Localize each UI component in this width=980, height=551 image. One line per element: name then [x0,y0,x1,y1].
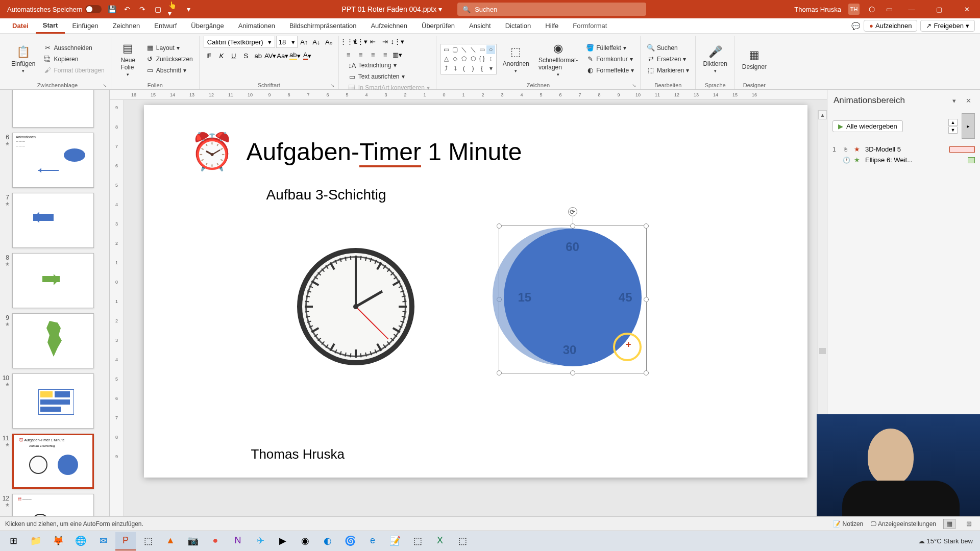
resize-handle-br[interactable] [644,370,649,375]
slide-stage[interactable]: ⏰ Aufgaben-Timer 1 Minute Aufbau 3-Schic… [124,100,827,516]
ribbon-display-icon[interactable]: ▭ [884,4,894,14]
vlc-icon[interactable]: ▲ [160,532,181,550]
new-slide-button[interactable]: ▤ Neue Folie▾ [115,39,141,79]
app-icon-3[interactable]: ● [205,532,226,550]
slide-thumbnail-7[interactable] [12,193,94,248]
record-button[interactable]: ●Aufzeichnen [864,20,917,32]
cut-button[interactable]: ✂Ausschneiden [41,43,106,53]
tab-record[interactable]: Aufzeichnen [363,18,414,34]
slideshow-start-icon[interactable]: ▢ [153,4,163,14]
tab-animations[interactable]: Animationen [231,18,282,34]
shapes-gallery[interactable]: ▭▢＼＼▭○ △◇⬠⬡{ }↕ ⤴⤵(){▾ [440,44,497,74]
touch-mode-icon[interactable]: 👆▾ [168,4,178,14]
font-size-select[interactable]: 18▾ [276,36,298,48]
scroll-thumb[interactable] [819,348,826,354]
slide-thumbnail-12[interactable]: ⏰ ——— ♡ [12,494,94,516]
align-left-button[interactable]: ≡ [343,49,354,60]
shadow-button[interactable]: ab [253,50,264,61]
slide-author[interactable]: Thomas Hruska [251,446,345,462]
shape-fill-button[interactable]: 🪣Fülleffekt ▾ [584,43,636,53]
resize-handle-tl[interactable] [497,223,502,229]
rotation-handle[interactable]: ⟳ [568,207,577,216]
slide-thumbnail-10[interactable] [12,373,94,429]
coming-soon-icon[interactable]: ⬡ [867,4,877,14]
resize-handle-bm[interactable] [570,370,575,375]
onenote-icon[interactable]: N [228,532,248,550]
app-icon-6[interactable]: 🌀 [340,532,360,550]
notes-button[interactable]: 📝 Notizen [833,520,863,528]
excel-icon[interactable]: X [430,532,450,550]
autosave-toggle[interactable]: Automatisches Speichern [7,5,102,13]
drawing-launcher-icon[interactable]: ↘ [632,83,636,88]
font-launcher-icon[interactable]: ↘ [330,83,334,88]
edge-icon[interactable]: e [362,532,383,550]
resize-handle-tr[interactable] [644,223,649,229]
strike-button[interactable]: S [240,50,252,61]
clock-3d-model[interactable] [297,248,414,365]
tab-draw[interactable]: Zeichnen [106,18,147,34]
increase-font-icon[interactable]: A↑ [299,36,310,47]
filename[interactable]: PPT 01 Roter Faden 004.pptx ▾ [342,5,443,13]
save-icon[interactable]: 💾 [107,4,117,14]
sorter-view-icon[interactable]: ⊞ [963,519,975,529]
select-button[interactable]: ⬚Markieren ▾ [645,65,691,76]
shape-outline-button[interactable]: ✎Formkontur ▾ [584,54,636,64]
app-icon-5[interactable]: ◐ [317,532,338,550]
normal-view-icon[interactable]: ▦ [943,519,955,529]
clear-format-icon[interactable]: Aᵩ [323,36,334,47]
slide-thumbnail-6[interactable]: Animationen— — —— — — [12,133,94,188]
copy-button[interactable]: ⿻Kopieren [41,54,106,64]
slide-thumbnail-9[interactable] [12,313,94,368]
app-icon-7[interactable]: 📝 [385,532,405,550]
obs-icon[interactable]: ◉ [295,532,315,550]
find-button[interactable]: 🔍Suchen [645,43,691,53]
powerpoint-icon[interactable]: P [115,532,136,550]
slide-thumbnail-8[interactable] [12,253,94,308]
quickstyles-button[interactable]: ◉Schnellformat- vorlagen▾ [535,39,581,79]
tab-home[interactable]: Start [36,18,65,34]
underline-button[interactable]: U [228,50,239,61]
slide-title[interactable]: ⏰ Aufgaben-Timer 1 Minute [190,131,522,172]
font-color-button[interactable]: A▾ [302,50,313,61]
bullets-button[interactable]: ⋮⋮▾ [343,36,354,47]
app-icon-9[interactable]: ⬚ [452,532,473,550]
comments-icon[interactable]: 💬 [850,21,861,31]
align-right-button[interactable]: ≡ [368,49,379,60]
redo-icon[interactable]: ↷ [137,4,148,14]
tab-design[interactable]: Entwurf [147,18,184,34]
toggle-switch[interactable] [85,5,102,13]
slide-thumbnail-11[interactable]: ⏰ Aufgaben-Timer 1 Minute Aufbau 3-Schic… [12,434,94,489]
search-input[interactable]: 🔍 Suchen [457,3,646,16]
app-icon-1[interactable]: ⬚ [138,532,158,550]
share-button[interactable]: ↗Freigeben▾ [920,20,975,32]
paste-button[interactable]: 📋 Einfügen▾ [8,43,38,76]
change-case-button[interactable]: Aa▾ [277,50,288,61]
close-button[interactable]: ✕ [957,0,977,18]
minimize-button[interactable]: — [901,0,922,18]
dictate-button[interactable]: 🎤Diktieren▾ [700,43,730,76]
tab-help[interactable]: Hilfe [538,18,566,34]
tab-dictation[interactable]: Dictation [498,18,538,34]
layout-button[interactable]: ▦Layout ▾ [144,43,195,53]
move-down-button[interactable]: ▼ [948,127,958,134]
clipboard-launcher-icon[interactable]: ↘ [103,83,107,88]
tab-review[interactable]: Überprüfen [414,18,462,34]
tab-shapeformat[interactable]: Formformat [566,18,614,34]
anim-item-1[interactable]: 1 🖱 ★ 3D-Modell 5 [829,144,978,155]
outlook-icon[interactable]: ✉ [93,532,113,550]
display-settings-button[interactable]: 🖵 Anzeigeeinstellungen [870,520,936,528]
replace-button[interactable]: ⇄Ersetzen ▾ [645,54,691,64]
tab-file[interactable]: Datei [5,18,36,34]
font-family-select[interactable]: Calibri (Textkörper)▾ [204,36,275,48]
align-text-button[interactable]: ▭Text ausrichten ▾ [346,71,432,82]
undo-icon[interactable]: ↶ [122,4,132,14]
slide-canvas[interactable]: ⏰ Aufgaben-Timer 1 Minute Aufbau 3-Schic… [144,105,807,478]
resize-handle-mr[interactable] [644,297,649,302]
decrease-font-icon[interactable]: A↓ [311,36,322,47]
anim-item-2[interactable]: 🕐 ★ Ellipse 6: Weit... [829,155,978,165]
section-button[interactable]: ▭Abschnitt ▾ [144,65,195,76]
anim-pane-dropdown-icon[interactable]: ▾ [948,95,960,106]
tab-view[interactable]: Ansicht [462,18,498,34]
resize-handle-bl[interactable] [497,370,502,375]
move-up-button[interactable]: ▲ [948,119,958,126]
